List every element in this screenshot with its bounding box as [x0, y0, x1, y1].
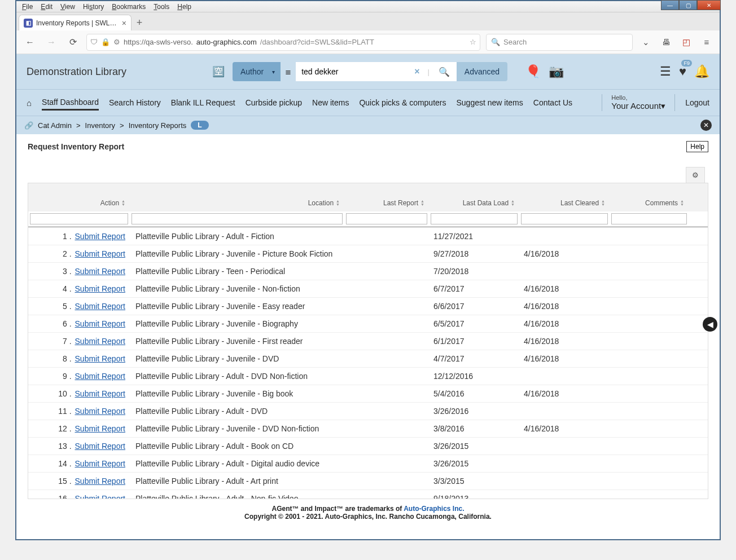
url-bar[interactable]: 🛡 🔒 ⚙ https://qa-swls-verso.auto-graphic… [86, 34, 480, 51]
submit-report-link[interactable]: Submit Report [75, 494, 125, 499]
catalog-search-input[interactable] [296, 62, 409, 81]
home-icon[interactable]: ⌂ [27, 98, 32, 108]
submit-report-link[interactable]: Submit Report [75, 319, 125, 328]
submit-report-link[interactable]: Submit Report [75, 354, 125, 363]
submit-report-link[interactable]: Submit Report [75, 442, 125, 451]
submit-report-link[interactable]: Submit Report [75, 372, 125, 381]
filter-comments[interactable] [611, 213, 687, 224]
window-minimize-button[interactable]: — [661, 0, 679, 10]
breadcrumb-2[interactable]: Inventory [85, 121, 115, 130]
cell-last-cleared: 4/16/2018 [519, 387, 610, 400]
help-button[interactable]: Help [686, 141, 708, 152]
table-settings-gear-icon[interactable]: ⚙ [686, 167, 705, 183]
breadcrumb-pill[interactable]: L [191, 121, 208, 130]
cell-location: Platteville Public Library - Adult - Fic… [130, 230, 344, 242]
menu-edit[interactable]: Edit [37, 2, 56, 11]
back-button[interactable]: ← [22, 34, 38, 50]
filter-action[interactable] [30, 213, 128, 224]
search-type-dropdown[interactable]: Author [233, 62, 281, 81]
language-icon[interactable]: 🈳 [211, 64, 226, 79]
reload-button[interactable]: ⟳ [65, 34, 81, 50]
submit-report-link[interactable]: Submit Report [75, 284, 125, 293]
camera-search-icon[interactable]: 📷 [549, 64, 564, 79]
submit-report-link[interactable]: Submit Report [75, 302, 125, 311]
nav-curbside[interactable]: Curbside pickup [246, 96, 302, 109]
cell-last-data-load: 5/4/2016 [429, 387, 519, 400]
lock-icon[interactable]: 🔒 [101, 38, 110, 46]
logout-link[interactable]: Logout [685, 96, 709, 109]
menu-history[interactable]: History [80, 2, 107, 11]
permissions-icon[interactable]: ⚙ [113, 38, 120, 46]
submit-report-link[interactable]: Submit Report [75, 249, 125, 258]
col-last-data-load[interactable]: Last Data Load▲▼ [429, 183, 519, 211]
window-maximize-button[interactable]: ▢ [679, 0, 697, 10]
breadcrumb-1[interactable]: Cat Admin [38, 121, 72, 130]
extension-icon[interactable]: ◰ [679, 35, 694, 50]
submit-report-link[interactable]: Submit Report [75, 389, 125, 398]
nav-staff-dashboard[interactable]: Staff Dashboard [42, 95, 99, 111]
menu-view[interactable]: View [57, 2, 78, 11]
breadcrumb-3[interactable]: Inventory Reports [129, 121, 187, 130]
nav-new-items[interactable]: New items [312, 96, 349, 109]
bookmark-star-icon[interactable]: ☆ [470, 38, 476, 46]
filter-last-data-load[interactable] [431, 213, 518, 224]
cell-comments [610, 252, 689, 255]
browser-search-box[interactable]: 🔍 Search [486, 34, 633, 51]
balloon-icon[interactable]: 🎈 [525, 64, 541, 79]
favorites-heart-icon[interactable]: ♥F9 [679, 64, 686, 79]
menu-file[interactable]: File [19, 2, 36, 11]
submit-report-link[interactable]: Submit Report [75, 477, 125, 486]
cell-location: Platteville Public Library - Juvenile - … [130, 248, 344, 260]
advanced-search-button[interactable]: Advanced [457, 62, 507, 81]
submit-report-link[interactable]: Submit Report [75, 337, 125, 346]
print-icon[interactable]: 🖶 [659, 35, 673, 50]
notifications-bell-icon[interactable]: 🔔 [694, 64, 709, 79]
new-tab-button[interactable]: + [132, 15, 147, 30]
col-last-cleared[interactable]: Last Cleared▲▼ [519, 183, 610, 211]
menu-tools[interactable]: Tools [150, 2, 173, 11]
submit-report-link[interactable]: Submit Report [75, 407, 125, 416]
submit-report-link[interactable]: Submit Report [75, 424, 125, 433]
side-panel-toggle-icon[interactable]: ◀ [703, 317, 717, 332]
shield-icon[interactable]: 🛡 [90, 38, 98, 46]
account-menu[interactable]: Hello, Your Account▾ [602, 94, 675, 111]
submit-report-link[interactable]: Submit Report [75, 459, 125, 468]
filter-location[interactable] [132, 213, 343, 224]
submit-report-link[interactable]: Submit Report [75, 232, 125, 241]
cell-last-data-load: 12/12/2016 [429, 370, 519, 382]
window-close-button[interactable]: ✕ [697, 0, 721, 10]
nav-suggest[interactable]: Suggest new items [457, 96, 523, 109]
col-comments[interactable]: Comments▲▼ [610, 183, 689, 211]
nav-quick-picks[interactable]: Quick picks & computers [359, 96, 446, 109]
cell-last-cleared [519, 374, 610, 378]
footer-link[interactable]: Auto-Graphics Inc. [404, 505, 464, 513]
pocket-icon[interactable]: ⌄ [638, 35, 653, 50]
heart-badge: F9 [681, 60, 692, 67]
filter-last-report[interactable] [346, 213, 427, 224]
browser-tab[interactable]: ◧ Inventory Reports | SWLS | platt × [19, 15, 132, 30]
nav-search-history[interactable]: Search History [109, 96, 161, 109]
forward-button[interactable]: → [43, 34, 59, 50]
tab-close-icon[interactable]: × [122, 19, 126, 28]
cell-location: Platteville Public Library - Adult - Dig… [130, 457, 344, 470]
cell-location: Platteville Public Library - Adult - DVD… [130, 370, 344, 382]
col-location[interactable]: Location▲▼ [130, 183, 344, 211]
sort-icon: ▲▼ [336, 200, 340, 206]
cell-last-data-load: 4/7/2017 [429, 352, 519, 365]
hamburger-menu-icon[interactable]: ≡ [699, 35, 714, 50]
nav-contact[interactable]: Contact Us [533, 96, 572, 109]
clear-search-icon[interactable]: × [409, 62, 425, 81]
filter-last-cleared[interactable] [521, 213, 608, 224]
list-view-icon[interactable]: ☰ [660, 64, 671, 79]
menu-help[interactable]: Help [174, 2, 195, 11]
search-submit-icon[interactable]: 🔍 [432, 62, 457, 81]
cell-last-data-load: 3/26/2015 [429, 457, 519, 470]
col-action[interactable]: Action▲▼ [28, 183, 130, 211]
col-last-report[interactable]: Last Report▲▼ [344, 183, 429, 211]
database-icon[interactable]: ≣ [281, 62, 296, 81]
submit-report-link[interactable]: Submit Report [75, 267, 125, 276]
nav-blank-ill[interactable]: Blank ILL Request [171, 96, 235, 109]
cell-comments [610, 392, 689, 395]
breadcrumb-close-icon[interactable]: ✕ [700, 120, 712, 131]
menu-bookmarks[interactable]: Bookmarks [108, 2, 149, 11]
